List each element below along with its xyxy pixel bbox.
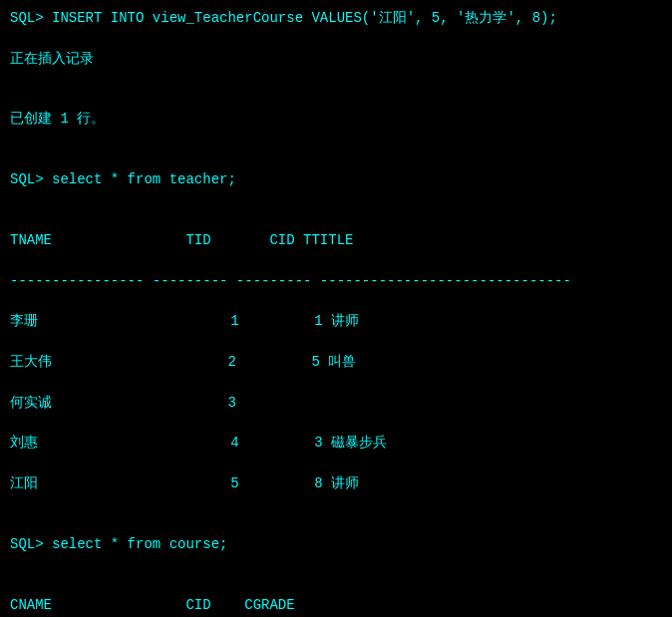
- line-r4: 刘惠 4 3 磁暴步兵: [10, 433, 662, 453]
- line-th1: TNAME TID CID TTITLE: [10, 230, 662, 250]
- line-r1: 李珊 1 1 讲师: [10, 311, 662, 331]
- line-cmd3: SQL> select * from course;: [10, 534, 662, 554]
- line-status2: 已创建 1 行。: [10, 109, 662, 129]
- line-sep1: ---------------- --------- --------- ---…: [10, 271, 662, 291]
- line-r5: 江阳 5 8 讲师: [10, 473, 662, 493]
- line-cmd1: SQL> INSERT INTO view_TeacherCourse VALU…: [10, 8, 662, 28]
- terminal-output: SQL> INSERT INTO view_TeacherCourse VALU…: [10, 8, 662, 617]
- line-r3: 何实诚 3: [10, 393, 662, 413]
- line-th2: CNAME CID CGRADE: [10, 595, 662, 615]
- line-status1: 正在插入记录: [10, 49, 662, 69]
- line-cmd2: SQL> select * from teacher;: [10, 169, 662, 189]
- line-r2: 王大伟 2 5 叫兽: [10, 352, 662, 372]
- terminal-window: SQL> INSERT INTO view_TeacherCourse VALU…: [10, 8, 662, 617]
